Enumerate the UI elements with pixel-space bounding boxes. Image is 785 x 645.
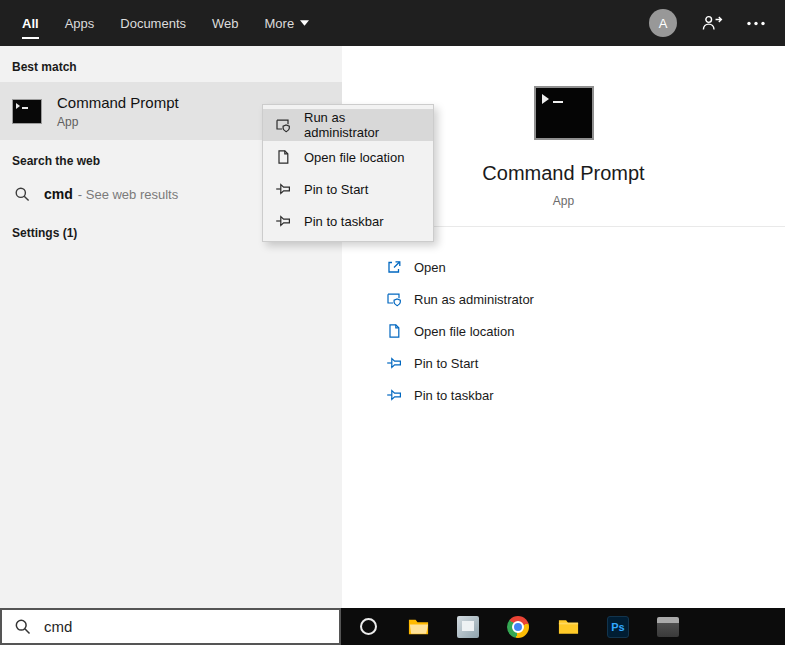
web-query: cmd [44,186,73,202]
action-open-file-location[interactable]: Open file location [386,315,785,347]
open-file-location-icon [275,149,291,165]
chrome-icon[interactable] [506,615,530,639]
action-run-as-administrator[interactable]: Run as administrator [386,283,785,315]
menu-item-open-file-location[interactable]: Open file location [263,141,433,173]
chevron-down-icon [300,20,309,26]
tab-more[interactable]: More [265,0,310,46]
menu-item-label: Run as administrator [304,110,421,140]
search-input[interactable] [44,618,327,635]
filter-tabs: All Apps Documents Web More [0,0,309,46]
avatar-letter: A [659,16,668,31]
account-switch-icon[interactable] [701,14,723,32]
open-icon [386,259,402,275]
command-prompt-icon-large [534,86,594,140]
best-match-header: Best match [0,46,342,82]
web-query-suffix: - See web results [78,187,178,202]
avatar[interactable]: A [649,9,677,37]
run-as-admin-icon [275,117,291,133]
search-icon [14,618,31,635]
result-text: Command Prompt App [57,94,179,129]
command-prompt-icon [12,99,42,124]
action-label: Open file location [414,324,514,339]
pin-icon [386,355,402,371]
file-explorer-glyph [407,615,430,638]
action-pin-to-start[interactable]: Pin to Start [386,347,785,379]
file-explorer-icon[interactable] [406,615,430,639]
more-options-icon[interactable] [747,21,765,26]
open-file-location-icon [386,323,402,339]
action-open[interactable]: Open [386,251,785,283]
photoshop-label: Ps [611,621,624,633]
menu-item-label: Open file location [304,150,404,165]
tab-apps[interactable]: Apps [65,0,95,46]
result-subtitle: App [57,115,179,129]
pin-icon [386,387,402,403]
menu-item-run-as-administrator[interactable]: Run as administrator [263,109,433,141]
menu-item-label: Pin to Start [304,182,368,197]
topbar-actions: A [649,9,785,37]
cortana-icon[interactable] [356,615,380,639]
preview-actions: Open Run as administrator Open file loca… [342,251,785,411]
pin-icon [275,181,291,197]
run-as-admin-icon [386,291,402,307]
menu-item-pin-to-taskbar[interactable]: Pin to taskbar [263,205,433,237]
result-title: Command Prompt [57,94,179,111]
taskbar: Ps [341,608,785,645]
action-label: Pin to Start [414,356,478,371]
action-label: Run as administrator [414,292,534,307]
action-label: Open [414,260,446,275]
menu-item-label: Pin to taskbar [304,214,384,229]
app-icon[interactable] [456,615,480,639]
menu-item-pin-to-start[interactable]: Pin to Start [263,173,433,205]
app-icon-dark[interactable] [656,615,680,639]
tab-web[interactable]: Web [212,0,239,46]
pin-icon [275,213,291,229]
tab-all[interactable]: All [22,0,39,46]
search-box [0,608,341,645]
tab-more-label: More [265,16,295,31]
action-pin-to-taskbar[interactable]: Pin to taskbar [386,379,785,411]
folder-glyph [557,615,580,638]
search-filter-bar: All Apps Documents Web More A [0,0,785,46]
context-menu: Run as administrator Open file location … [262,104,434,242]
search-icon [14,186,30,202]
photoshop-icon[interactable]: Ps [606,615,630,639]
action-label: Pin to taskbar [414,388,494,403]
tab-documents[interactable]: Documents [120,0,186,46]
folder-icon[interactable] [556,615,580,639]
windows-search-flyout: All Apps Documents Web More A Best m [0,0,785,645]
